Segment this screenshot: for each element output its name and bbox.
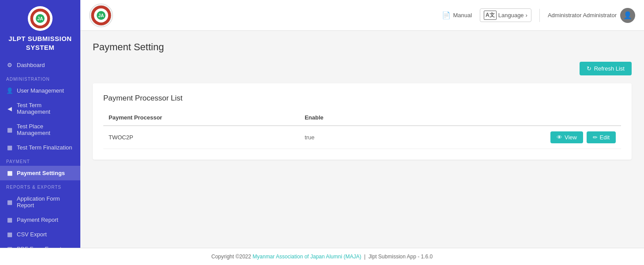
sidebar-item-user-management[interactable]: 👤 User Management (0, 83, 80, 98)
test-term-icon: ◀ (6, 105, 13, 112)
topbar-logo-icon: JA (90, 5, 112, 26)
app-report-icon: ▦ (6, 199, 13, 205)
refresh-list-button[interactable]: ↻ Refresh List (580, 62, 632, 75)
logo-icon: JA (30, 8, 51, 29)
sidebar-item-payment-report[interactable]: ▦ Payment Report (0, 213, 80, 227)
top-area: JA JLPT SUBMISSIONSYSTEM ⚙ Dashboard ADM… (0, 0, 644, 248)
sidebar-item-label-test-term-management: Test Term Management (17, 102, 74, 115)
manual-label: Manual (453, 12, 472, 19)
refresh-icon: ↻ (587, 65, 591, 72)
payment-icon: ▦ (6, 170, 13, 176)
sidebar-logo: JA (28, 6, 53, 31)
app-wrapper: JA JLPT SUBMISSIONSYSTEM ⚙ Dashboard ADM… (0, 0, 644, 265)
manual-button[interactable]: 📄 Manual (442, 11, 472, 19)
sidebar-item-payment-settings[interactable]: ▦ Payment Settings (0, 166, 80, 180)
svg-text:JA: JA (38, 16, 43, 21)
main-content: JA 📄 Manual A文 Language › (80, 0, 644, 248)
col-header-actions (389, 110, 621, 126)
sidebar-item-application-form-report[interactable]: ▦ Application Form Report (0, 191, 80, 213)
table-head: Payment Processor Enable (103, 110, 621, 126)
edit-button[interactable]: ✏ Edit (587, 131, 616, 143)
manual-icon: 📄 (442, 11, 451, 19)
topbar-logo-area: JA (89, 4, 113, 27)
sidebar-item-label-csv-export: CSV Export (17, 231, 47, 238)
sidebar-item-label-application-form-report: Application Form Report (17, 195, 74, 209)
content-area: Payment Setting ↻ Refresh List Payment P… (80, 31, 644, 248)
topbar-actions: 📄 Manual A文 Language › Administrator Adm… (442, 8, 635, 23)
table-body: TWOC2P true 👁 View ✏ (103, 126, 621, 149)
user-name-label: Administrator Administrator (548, 12, 617, 19)
sidebar-item-label-payment-report: Payment Report (17, 216, 58, 223)
test-final-icon: ▦ (6, 144, 13, 151)
sidebar-item-label-payment-settings: Payment Settings (17, 170, 65, 176)
sidebar-item-pdf-form-export[interactable]: ▦ PDF Form Export (0, 242, 80, 248)
refresh-row: ↻ Refresh List (93, 62, 632, 75)
topbar-user: Administrator Administrator 👤 (548, 8, 635, 23)
avatar: 👤 (620, 8, 635, 23)
sidebar-item-csv-export[interactable]: ▦ CSV Export (0, 227, 80, 242)
user-icon: 👤 (6, 87, 13, 94)
sidebar-item-label-dashboard: Dashboard (17, 62, 45, 68)
topbar-logo: JA (89, 4, 113, 27)
sidebar-item-label-test-place-management: Test Place Management (17, 123, 74, 136)
sidebar-item-dashboard[interactable]: ⚙ Dashboard (0, 58, 80, 72)
sidebar-title-block: JA JLPT SUBMISSIONSYSTEM (0, 0, 80, 55)
section-label-reports: REPORTS & EXPORTS (0, 180, 80, 191)
table-container: Payment Processor Enable TWOC2P true (103, 110, 621, 149)
language-button[interactable]: A文 Language › (480, 8, 531, 22)
card-title: Payment Processor List (103, 94, 183, 103)
section-label-payment: PAYMENT (0, 155, 80, 166)
processor-name-cell: TWOC2P (103, 126, 299, 149)
footer-separator: | (363, 254, 369, 260)
footer-version: Jlpt Submission App - 1.6.0 (369, 254, 433, 260)
refresh-list-label: Refresh List (594, 65, 625, 72)
enable-cell: true (299, 126, 389, 149)
language-icon: A文 (484, 11, 497, 20)
avatar-icon: 👤 (623, 11, 632, 19)
sidebar-item-test-place-management[interactable]: ▦ Test Place Management (0, 119, 80, 140)
actions-cell: 👁 View ✏ Edit (389, 126, 621, 149)
chevron-right-icon: › (526, 12, 527, 19)
page-title: Payment Setting (93, 41, 632, 53)
edit-label: Edit (600, 134, 610, 141)
sidebar: JA JLPT SUBMISSIONSYSTEM ⚙ Dashboard ADM… (0, 0, 80, 248)
eye-icon: 👁 (557, 134, 562, 141)
table-row: TWOC2P true 👁 View ✏ (103, 126, 621, 149)
test-place-icon: ▦ (6, 127, 13, 133)
table-header-row: Payment Processor Enable (103, 110, 621, 126)
sidebar-app-title: JLPT SUBMISSIONSYSTEM (6, 34, 74, 52)
payment-processor-table: Payment Processor Enable TWOC2P true (103, 110, 621, 149)
sidebar-item-test-term-finalization[interactable]: ▦ Test Term Finalization (0, 140, 80, 155)
col-header-enable: Enable (299, 110, 389, 126)
topbar: JA 📄 Manual A文 Language › (80, 0, 644, 31)
language-label: Language (498, 12, 524, 19)
payment-processor-card: Payment Processor List Payment Processor… (93, 83, 632, 160)
sidebar-item-label-user-management: User Management (17, 87, 64, 94)
sidebar-nav: ⚙ Dashboard ADMINISTRATION 👤 User Manage… (0, 55, 80, 248)
section-label-administration: ADMINISTRATION (0, 72, 80, 83)
sidebar-item-test-term-management[interactable]: ◀ Test Term Management (0, 98, 80, 119)
footer-copyright: Copyright ©2022 Myanmar Association of J… (211, 254, 362, 260)
payment-report-icon: ▦ (6, 216, 13, 223)
sidebar-item-label-test-term-finalization: Test Term Finalization (17, 144, 72, 151)
csv-icon: ▦ (6, 231, 13, 238)
topbar-separator (539, 9, 540, 22)
pencil-icon: ✏ (593, 134, 598, 141)
col-header-processor: Payment Processor (103, 110, 299, 126)
view-button[interactable]: 👁 View (550, 131, 583, 143)
card-header: Payment Processor List (103, 94, 621, 103)
view-label: View (565, 134, 577, 141)
svg-text:JA: JA (98, 13, 104, 18)
dashboard-icon: ⚙ (6, 62, 13, 68)
footer: Copyright ©2022 Myanmar Association of J… (0, 248, 644, 265)
